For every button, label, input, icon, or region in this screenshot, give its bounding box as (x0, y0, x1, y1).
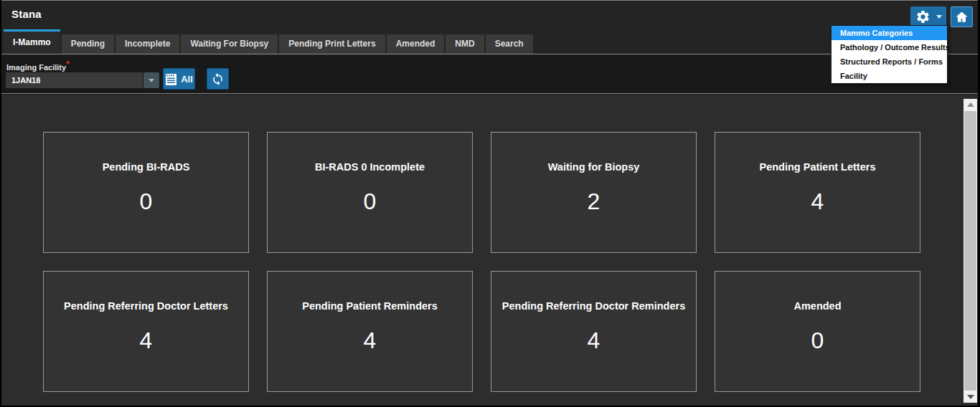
tab-waiting-for-biopsy[interactable]: Waiting For Biopsy (181, 34, 278, 54)
card-value: 4 (588, 327, 600, 354)
imaging-facility-value: 1JAN18 (6, 72, 143, 88)
app-window: Stana I-Mammo Pending Incomplete Waiting… (1, 0, 978, 406)
card-value: 0 (364, 188, 377, 215)
page-title: Stana (11, 8, 42, 20)
tab-nmd[interactable]: NMD (446, 34, 484, 54)
menu-item-structured-reports-forms[interactable]: Structured Reports / Forms (831, 54, 947, 69)
tab-pending-print-letters[interactable]: Pending Print Letters (279, 34, 385, 54)
main-content: Pending BI-RADS 0 BI-RADS 0 Incomplete 0… (1, 95, 978, 406)
required-asterisk: * (66, 59, 69, 68)
tab-i-mammo[interactable]: I-Mammo (4, 29, 60, 54)
all-button-label: All (181, 74, 193, 85)
card-value: 0 (811, 327, 824, 354)
settings-dropdown-button[interactable] (910, 6, 946, 27)
card-title: Pending Referring Doctor Reminders (502, 300, 685, 312)
card-pending-referring-doctor-reminders[interactable]: Pending Referring Doctor Reminders 4 (491, 271, 697, 392)
refresh-icon (211, 72, 225, 86)
imaging-facility-dropdown-arrow[interactable] (143, 72, 159, 88)
chevron-down-icon (149, 79, 154, 82)
card-value: 2 (588, 188, 600, 215)
card-value: 0 (140, 188, 153, 215)
triangle-down-icon (967, 395, 974, 399)
tab-incomplete[interactable]: Incomplete (116, 34, 179, 54)
card-pending-bi-rads[interactable]: Pending BI-RADS 0 (43, 132, 249, 253)
card-title: Waiting for Biopsy (548, 161, 640, 173)
gear-icon (915, 9, 930, 24)
imaging-facility-label-text: Imaging Facility (6, 63, 66, 72)
card-value: 4 (140, 327, 153, 354)
refresh-button[interactable] (207, 68, 229, 90)
home-icon (955, 10, 969, 24)
card-title: Pending Patient Reminders (302, 300, 438, 312)
home-button[interactable] (951, 6, 973, 27)
vertical-scrollbar[interactable] (963, 99, 977, 403)
scrollbar-down-button[interactable] (963, 392, 977, 402)
tab-search[interactable]: Search (486, 34, 533, 54)
menu-item-facility[interactable]: Facility (831, 69, 947, 83)
category-card-grid: Pending BI-RADS 0 BI-RADS 0 Incomplete 0… (43, 132, 920, 392)
card-value: 4 (811, 188, 824, 215)
scrollbar-thumb[interactable] (964, 111, 976, 391)
chevron-down-icon (936, 15, 942, 19)
scrollbar-up-button[interactable] (963, 99, 977, 110)
top-bar: Stana (1, 1, 978, 27)
card-pending-referring-doctor-letters[interactable]: Pending Referring Doctor Letters 4 (43, 271, 249, 392)
tab-pending[interactable]: Pending (62, 34, 114, 54)
menu-item-mammo-categories[interactable]: Mammo Categories (831, 26, 947, 40)
card-bi-rads-0-incomplete[interactable]: BI-RADS 0 Incomplete 0 (267, 132, 473, 253)
card-value: 4 (364, 327, 377, 354)
card-waiting-for-biopsy[interactable]: Waiting for Biopsy 2 (491, 132, 697, 253)
imaging-facility-select[interactable]: 1JAN18 (6, 72, 159, 88)
card-amended[interactable]: Amended 0 (715, 271, 920, 392)
card-title: Pending Referring Doctor Letters (64, 300, 228, 312)
imaging-facility-label: Imaging Facility* (6, 59, 69, 72)
card-pending-patient-reminders[interactable]: Pending Patient Reminders 4 (267, 271, 473, 392)
tab-amended[interactable]: Amended (387, 34, 445, 54)
settings-menu: Mammo Categories Pathology / Outcome Res… (831, 25, 948, 84)
card-title: Amended (793, 300, 841, 312)
menu-item-pathology-outcome-results[interactable]: Pathology / Outcome Results (831, 40, 947, 54)
card-title: Pending Patient Letters (760, 161, 876, 173)
all-dates-button[interactable]: All (163, 68, 195, 90)
card-pending-patient-letters[interactable]: Pending Patient Letters 4 (715, 132, 920, 253)
card-title: BI-RADS 0 Incomplete (315, 161, 425, 173)
triangle-up-icon (967, 102, 974, 107)
calendar-icon (165, 72, 177, 86)
card-title: Pending BI-RADS (103, 161, 190, 173)
